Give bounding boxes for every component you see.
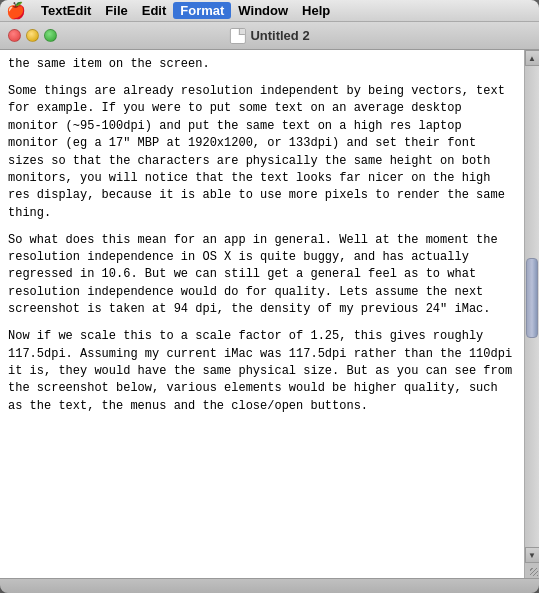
menubar: 🍎 TextEdit File Edit Format Window Help <box>0 0 539 22</box>
paragraph-0: the same item on the screen. <box>8 56 516 73</box>
menu-help[interactable]: Help <box>295 2 337 19</box>
window-title-area: Untitled 2 <box>229 28 309 44</box>
bottom-text-area <box>0 579 539 593</box>
scroll-down-arrow[interactable]: ▼ <box>525 547 540 563</box>
paragraph-2: So what does this mean for an app in gen… <box>8 232 516 319</box>
scroll-up-arrow[interactable]: ▲ <box>525 50 540 66</box>
titlebar: Untitled 2 <box>0 22 539 50</box>
scrollbar[interactable]: ▲ ▼ <box>524 50 539 578</box>
close-button[interactable] <box>8 29 21 42</box>
menu-format[interactable]: Format <box>173 2 231 19</box>
text-area-wrapper: the same item on the screen. Some things… <box>0 50 524 578</box>
menu-textedit[interactable]: TextEdit <box>34 2 98 19</box>
menu-window[interactable]: Window <box>231 2 295 19</box>
document-icon <box>229 28 245 44</box>
scrollbar-track[interactable] <box>525 66 539 547</box>
bottom-bar <box>0 578 539 593</box>
resize-corner[interactable] <box>525 563 540 578</box>
content-area: the same item on the screen. Some things… <box>0 50 539 578</box>
menu-file[interactable]: File <box>98 2 134 19</box>
minimize-button[interactable] <box>26 29 39 42</box>
window-title: Untitled 2 <box>250 28 309 43</box>
paragraph-4: Now if we scale this to a scale factor o… <box>8 328 516 415</box>
scrollbar-thumb[interactable] <box>526 258 538 338</box>
zoom-button[interactable] <box>44 29 57 42</box>
menu-edit[interactable]: Edit <box>135 2 174 19</box>
apple-menu[interactable]: 🍎 <box>6 1 26 20</box>
paragraph-1: Some things are already resolution indep… <box>8 83 516 222</box>
text-content[interactable]: the same item on the screen. Some things… <box>0 50 524 578</box>
textedit-window: 🍎 TextEdit File Edit Format Window Help … <box>0 0 539 593</box>
traffic-lights <box>8 29 57 42</box>
